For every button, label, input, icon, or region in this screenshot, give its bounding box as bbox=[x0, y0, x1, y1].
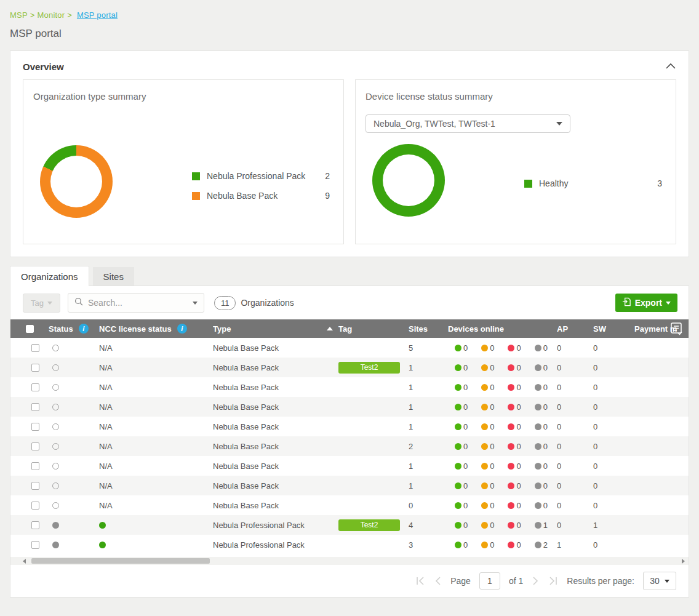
row-checkbox[interactable] bbox=[31, 541, 39, 549]
dormant-dot-icon bbox=[535, 384, 541, 391]
collapse-chevron-icon[interactable] bbox=[665, 61, 676, 72]
scrollbar-thumb[interactable] bbox=[31, 558, 210, 564]
devices-online-orange: 0 bbox=[481, 422, 494, 431]
table-row[interactable]: N/ANebula Base Pack1000000 bbox=[10, 397, 689, 417]
ncc-license-cell: N/A bbox=[99, 422, 213, 431]
column-settings-icon[interactable] bbox=[669, 321, 684, 338]
devices-online-gray: 1 bbox=[535, 521, 548, 530]
search-dropdown-caret-icon[interactable] bbox=[193, 302, 198, 305]
col-sites[interactable]: Sites bbox=[401, 324, 448, 334]
col-type[interactable]: Type bbox=[213, 324, 327, 334]
ncc-license-cell: N/A bbox=[99, 402, 213, 412]
devices-online-green: 0 bbox=[455, 501, 468, 510]
devices-online-orange: 0 bbox=[481, 481, 494, 490]
page-title: MSP portal bbox=[10, 28, 689, 40]
table-row[interactable]: N/ANebula Base Pack1000000 bbox=[10, 377, 689, 397]
table-header: Statusi NCC license statusi Type Tag Sit… bbox=[10, 319, 689, 338]
ncc-license-active-dot bbox=[99, 522, 106, 529]
search-input[interactable] bbox=[88, 298, 180, 308]
scroll-right-arrow-icon[interactable] bbox=[682, 559, 685, 564]
table-row[interactable]: Nebula Professional PackTest24000101 bbox=[10, 515, 689, 535]
type-cell: Nebula Base Pack bbox=[213, 501, 327, 510]
type-cell: Nebula Base Pack bbox=[213, 462, 327, 471]
online-dot-icon bbox=[455, 345, 461, 351]
ncc-license-cell: N/A bbox=[99, 343, 213, 353]
row-checkbox-cell bbox=[10, 364, 49, 372]
table-row[interactable]: N/ANebula Base Pack1000000 bbox=[10, 417, 689, 436]
table-toolbar: Tag 11 Organizations Export bbox=[10, 286, 689, 319]
next-page-icon[interactable] bbox=[532, 576, 539, 586]
alert-dot-icon bbox=[481, 502, 488, 509]
horizontal-scrollbar[interactable] bbox=[10, 557, 689, 565]
table-row[interactable]: N/ANebula Base PackTest21000000 bbox=[10, 358, 689, 377]
type-cell: Nebula Professional Pack bbox=[213, 540, 327, 550]
select-all-checkbox[interactable] bbox=[26, 325, 34, 333]
scroll-left-arrow-icon[interactable] bbox=[23, 559, 26, 564]
device-license-summary-title: Device license status summary bbox=[365, 91, 666, 102]
breadcrumb-monitor[interactable]: Monitor bbox=[38, 10, 65, 20]
sw-cell: 0 bbox=[593, 442, 634, 451]
devices-online-cell: 0000 bbox=[448, 383, 557, 392]
devices-online-cell: 0000 bbox=[448, 363, 557, 372]
row-checkbox[interactable] bbox=[31, 364, 39, 372]
breadcrumb-msp-portal-link[interactable]: MSP portal bbox=[77, 10, 118, 20]
row-checkbox[interactable] bbox=[31, 442, 39, 450]
table-row[interactable]: N/ANebula Base Pack1000000 bbox=[10, 476, 689, 495]
col-status[interactable]: Statusi bbox=[49, 324, 99, 334]
alert-dot-icon bbox=[481, 404, 488, 410]
col-ap[interactable]: AP bbox=[557, 324, 593, 334]
alert-dot-icon bbox=[481, 542, 488, 548]
results-per-page-select[interactable]: 30 bbox=[643, 572, 676, 590]
dormant-dot-icon bbox=[535, 423, 541, 430]
ncc-info-icon[interactable]: i bbox=[177, 324, 187, 334]
search-box[interactable] bbox=[68, 293, 204, 313]
col-tag[interactable]: Tag bbox=[327, 324, 401, 334]
table-row[interactable]: N/ANebula Base Pack0000000 bbox=[10, 495, 689, 515]
table-row[interactable]: N/ANebula Base Pack2000000 bbox=[10, 436, 689, 456]
org-status-icon bbox=[52, 443, 59, 450]
last-page-icon[interactable] bbox=[548, 576, 558, 586]
row-checkbox[interactable] bbox=[31, 344, 39, 352]
devices-online-cell: 0000 bbox=[448, 501, 557, 510]
offline-dot-icon bbox=[508, 404, 514, 410]
prev-page-icon[interactable] bbox=[434, 576, 442, 586]
dormant-dot-icon bbox=[535, 443, 541, 450]
ap-cell: 1 bbox=[557, 540, 593, 550]
row-checkbox[interactable] bbox=[31, 502, 39, 510]
organization-selector-dropdown[interactable]: Nebula_Org, TWTest, TWTest-1 bbox=[365, 114, 570, 133]
row-checkbox-cell bbox=[10, 541, 49, 549]
legend-value: 2 bbox=[325, 171, 330, 181]
devices-online-green: 0 bbox=[455, 383, 468, 392]
row-checkbox[interactable] bbox=[31, 521, 39, 529]
first-page-icon[interactable] bbox=[415, 576, 426, 586]
row-checkbox[interactable] bbox=[31, 462, 39, 470]
tab-organizations[interactable]: Organizations bbox=[10, 266, 89, 286]
dormant-dot-icon bbox=[535, 502, 541, 509]
chevron-down-icon bbox=[47, 302, 52, 305]
table-row[interactable]: N/ANebula Base Pack1000000 bbox=[10, 456, 689, 476]
breadcrumb-msp[interactable]: MSP bbox=[10, 10, 28, 20]
ncc-license-cell bbox=[99, 542, 213, 548]
tab-sites[interactable]: Sites bbox=[93, 267, 134, 286]
ncc-license-na: N/A bbox=[99, 422, 113, 431]
organizations-table: Statusi NCC license statusi Type Tag Sit… bbox=[10, 319, 689, 554]
type-cell: Nebula Base Pack bbox=[213, 363, 327, 372]
page-number-input[interactable] bbox=[479, 572, 500, 590]
tag-filter-button[interactable]: Tag bbox=[23, 294, 60, 313]
col-ncc-license-status[interactable]: NCC license statusi bbox=[99, 324, 213, 334]
col-sw[interactable]: SW bbox=[593, 324, 634, 334]
ncc-license-cell: N/A bbox=[99, 501, 213, 510]
sites-cell: 1 bbox=[401, 481, 448, 490]
table-row[interactable]: Nebula Professional Pack3000210 bbox=[10, 535, 689, 554]
table-row[interactable]: N/ANebula Base Pack5000000 bbox=[10, 338, 689, 358]
export-button[interactable]: Export bbox=[615, 294, 677, 312]
devices-online-gray: 0 bbox=[535, 501, 548, 510]
row-checkbox[interactable] bbox=[31, 403, 39, 411]
col-devices-online[interactable]: Devices online bbox=[448, 324, 557, 334]
devices-online-gray: 0 bbox=[535, 363, 548, 372]
row-checkbox[interactable] bbox=[31, 482, 39, 490]
row-checkbox[interactable] bbox=[31, 423, 39, 431]
devices-online-red: 0 bbox=[508, 442, 521, 451]
row-checkbox[interactable] bbox=[31, 383, 39, 391]
status-info-icon[interactable]: i bbox=[79, 324, 89, 334]
